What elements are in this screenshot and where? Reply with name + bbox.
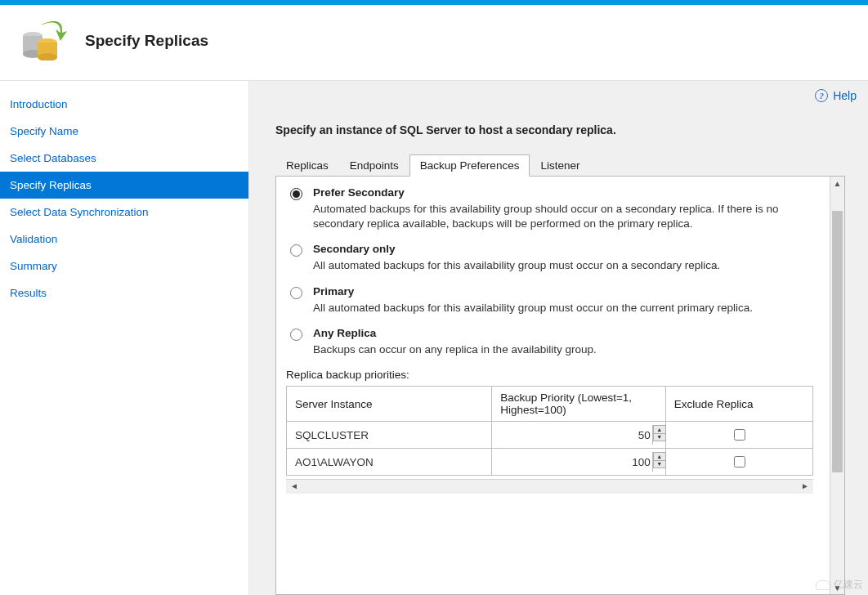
option-desc: Backups can occur on any replica in the … [313, 342, 813, 357]
table-header-row: Server Instance Backup Priority (Lowest=… [287, 387, 813, 422]
radio-primary[interactable] [290, 287, 302, 299]
priorities-table: Server Instance Backup Priority (Lowest=… [286, 386, 813, 476]
instruction-text: Specify an instance of SQL Server to hos… [275, 123, 868, 136]
radio-secondary-only[interactable] [290, 244, 302, 257]
main-panel: ? Help Specify an instance of SQL Server… [249, 81, 868, 595]
page-title: Specify Replicas [85, 32, 208, 50]
tab-listener[interactable]: Listener [530, 154, 590, 176]
tab-backup-preferences[interactable]: Backup Preferences [409, 154, 530, 177]
table-row[interactable]: SQLCLUSTER 50 ▲ ▼ [287, 422, 813, 449]
table-row[interactable]: AO1\ALWAYON 100 ▲ ▼ [287, 449, 813, 476]
sidebar-item-specify-replicas[interactable]: Specify Replicas [0, 172, 248, 199]
spin-up-icon[interactable]: ▲ [653, 425, 666, 433]
wizard-header: Specify Replicas [0, 5, 868, 81]
sidebar-item-results[interactable]: Results [0, 280, 248, 306]
scroll-thumb[interactable] [832, 211, 843, 472]
database-replica-icon [20, 21, 69, 60]
backup-preferences-panel: Prefer Secondary Automated backups for t… [275, 177, 845, 595]
help-icon: ? [815, 89, 828, 102]
wizard-window: Specify Replicas Introduction Specify Na… [0, 0, 868, 595]
option-desc: Automated backups for this availability … [313, 202, 813, 231]
option-title: Primary [313, 285, 813, 298]
tab-replicas[interactable]: Replicas [275, 154, 339, 176]
watermark-text: 亿速云 [834, 578, 863, 592]
tab-endpoints[interactable]: Endpoints [339, 154, 409, 176]
priority-value[interactable]: 50 [492, 425, 652, 445]
scroll-left-icon[interactable]: ◄ [288, 481, 301, 493]
cell-priority[interactable]: 50 ▲ ▼ [492, 422, 666, 449]
sidebar-item-select-databases[interactable]: Select Databases [0, 145, 248, 172]
option-primary[interactable]: Primary All automated backups for this a… [286, 285, 813, 315]
sidebar-item-select-data-sync[interactable]: Select Data Synchronization [0, 199, 248, 226]
cell-exclude[interactable] [665, 422, 812, 449]
vertical-scrollbar[interactable]: ▲ ▼ [830, 177, 844, 594]
option-desc: All automated backups for this availabil… [313, 258, 813, 273]
col-server-instance[interactable]: Server Instance [287, 387, 492, 422]
wizard-body: Introduction Specify Name Select Databas… [0, 81, 868, 595]
option-any-replica[interactable]: Any Replica Backups can occur on any rep… [286, 327, 813, 357]
watermark: 亿速云 [816, 578, 863, 592]
horizontal-scrollbar[interactable]: ◄ ► [286, 479, 813, 494]
option-title: Secondary only [313, 243, 813, 255]
col-backup-priority[interactable]: Backup Priority (Lowest=1, Highest=100) [492, 387, 666, 422]
panel-scroll-area[interactable]: Prefer Secondary Automated backups for t… [276, 177, 830, 594]
exclude-checkbox[interactable] [734, 429, 745, 441]
cell-server: AO1\ALWAYON [287, 449, 492, 476]
help-link[interactable]: ? Help [815, 89, 857, 102]
priority-value[interactable]: 100 [492, 452, 652, 472]
option-prefer-secondary[interactable]: Prefer Secondary Automated backups for t… [286, 186, 813, 231]
radio-any-replica[interactable] [290, 329, 302, 341]
sidebar-item-introduction[interactable]: Introduction [0, 91, 248, 118]
option-title: Any Replica [313, 327, 813, 339]
cell-exclude[interactable] [665, 449, 812, 476]
sidebar-item-summary[interactable]: Summary [0, 253, 248, 280]
scroll-right-icon[interactable]: ► [799, 481, 812, 493]
priority-spinner[interactable]: ▲ ▼ [652, 425, 665, 445]
tabstrip: Replicas Endpoints Backup Preferences Li… [275, 154, 845, 177]
spin-up-icon[interactable]: ▲ [653, 452, 666, 460]
priorities-label: Replica backup priorities: [286, 369, 813, 381]
help-label: Help [833, 89, 857, 102]
col-exclude-replica[interactable]: Exclude Replica [665, 387, 812, 422]
wizard-steps-sidebar: Introduction Specify Name Select Databas… [0, 81, 249, 595]
scroll-up-icon[interactable]: ▲ [830, 177, 844, 190]
sidebar-item-validation[interactable]: Validation [0, 226, 248, 253]
spin-down-icon[interactable]: ▼ [653, 433, 666, 441]
spin-down-icon[interactable]: ▼ [653, 460, 666, 468]
option-title: Prefer Secondary [313, 186, 813, 199]
option-secondary-only[interactable]: Secondary only All automated backups for… [286, 243, 813, 273]
sidebar-item-specify-name[interactable]: Specify Name [0, 118, 248, 145]
radio-prefer-secondary[interactable] [290, 188, 302, 200]
priority-spinner[interactable]: ▲ ▼ [652, 452, 665, 472]
exclude-checkbox[interactable] [734, 456, 745, 468]
cell-priority[interactable]: 100 ▲ ▼ [492, 449, 666, 476]
option-desc: All automated backups for this availabil… [313, 301, 813, 315]
scroll-track[interactable] [832, 190, 843, 581]
cell-server: SQLCLUSTER [287, 422, 492, 449]
cloud-icon [816, 580, 830, 590]
